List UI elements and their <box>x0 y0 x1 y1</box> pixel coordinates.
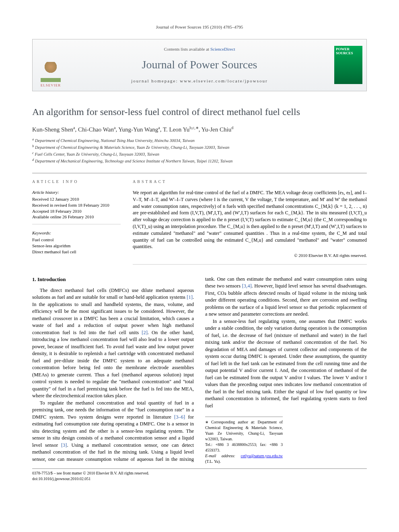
article-info-column: ARTICLE INFO Article history: Received 1… <box>32 179 121 264</box>
affiliation-item: c Fuel Cells Center, Yuan Ze University,… <box>32 151 367 158</box>
article-title: An algorithm for sensor-less fuel contro… <box>32 105 367 118</box>
citation-link[interactable]: [3] <box>61 442 67 448</box>
front-matter-line: 0378-7753/$ – see front matter © 2010 El… <box>32 470 367 476</box>
citation-link[interactable]: [3,4] <box>242 283 252 289</box>
journal-banner: ELSEVIER Contents lists available at Sci… <box>32 39 367 91</box>
corr-author-line: ∗ Corresponding author at: Department of… <box>205 419 283 442</box>
history-label: Article history: <box>32 189 121 195</box>
history-line: Received 12 January 2010 <box>32 196 121 202</box>
corr-email-link[interactable]: cetlyu@saturn.yzu.edu.tw <box>241 454 282 458</box>
keywords-label: Keywords: <box>32 230 121 236</box>
keywords-block: Keywords: Fuel controlSensor-less algori… <box>32 230 121 259</box>
history-line: Available online 26 February 2010 <box>32 214 121 220</box>
history-line: Accepted 18 February 2010 <box>32 208 121 214</box>
citation-link[interactable]: [1] <box>187 294 193 300</box>
section-1-heading: 1. Introduction <box>32 276 194 283</box>
cover-title: POWER SOURCES <box>336 47 361 55</box>
page-container: Journal of Power Sources 195 (2010) 4785… <box>0 0 399 498</box>
publisher-logo-area: ELSEVIER <box>33 39 69 91</box>
elsevier-tree-icon <box>41 62 61 82</box>
keyword-item: Fuel control <box>32 237 121 243</box>
contents-prefix: Contents lists available at <box>164 47 210 51</box>
citation-link[interactable]: [2] <box>142 330 148 335</box>
abstract-heading: ABSTRACT <box>133 179 367 185</box>
affiliation-item: d Department of Mechanical Engineering, … <box>32 158 367 164</box>
citation-link[interactable]: [3–6] <box>174 414 185 420</box>
sciencedirect-link[interactable]: ScienceDirect <box>210 47 235 51</box>
contents-available-line: Contents lists available at ScienceDirec… <box>164 46 235 52</box>
author-list: Kun-Sheng Shena, Chi-Chao Wana, Yung-Yun… <box>32 125 367 134</box>
journal-homepage-link[interactable]: journal homepage: www.elsevier.com/locat… <box>131 78 267 84</box>
email-label: E-mail address: <box>205 454 241 458</box>
running-header: Journal of Power Sources 195 (2010) 4785… <box>32 24 367 30</box>
abstract-body: We report an algorithm for real-time con… <box>133 189 367 250</box>
abstract-copyright: © 2010 Elsevier B.V. All rights reserved… <box>133 253 367 259</box>
doi-footer: 0378-7753/$ – see front matter © 2010 El… <box>32 468 367 482</box>
affiliation-item: b Department of Chemical Engineering & M… <box>32 144 367 151</box>
article-info-heading: ARTICLE INFO <box>32 179 121 185</box>
intro-paragraph-1: The direct methanol fuel cells (DMFCs) u… <box>32 287 194 400</box>
keyword-item: Sensor-less algorithm <box>32 243 121 249</box>
publisher-name: ELSEVIER <box>41 83 61 88</box>
elsevier-logo: ELSEVIER <box>37 55 65 88</box>
affiliation-item: a Department of Chemical Engineering, Na… <box>32 138 367 144</box>
article-history-block: Article history: Received 12 January 201… <box>32 189 121 224</box>
journal-name: Journal of Power Sources <box>142 57 257 72</box>
doi-line: doi:10.1016/j.jpowsour.2010.02.051 <box>32 476 367 482</box>
journal-cover-thumbnail: POWER SOURCES <box>334 46 362 84</box>
corresponding-author-footnote: ∗ Corresponding author at: Department of… <box>205 417 283 464</box>
info-abstract-row: ARTICLE INFO Article history: Received 1… <box>32 173 367 264</box>
cover-thumb-area: POWER SOURCES <box>330 39 366 91</box>
corr-email-line: E-mail address: cetlyu@saturn.yzu.edu.tw… <box>205 453 283 464</box>
abstract-column: ABSTRACT We report an algorithm for real… <box>133 179 367 264</box>
intro-paragraph-3: In a sensor-less fuel regulating system,… <box>205 318 367 410</box>
email-who: (T.L. Yu). <box>205 459 221 464</box>
affiliation-list: a Department of Chemical Engineering, Na… <box>32 138 367 164</box>
banner-center: Contents lists available at ScienceDirec… <box>69 39 330 91</box>
keyword-item: Direct methanol fuel cell <box>32 249 121 255</box>
body-text-columns: 1. Introduction The direct methanol fuel… <box>32 276 367 465</box>
history-line: Received in revised form 18 February 201… <box>32 202 121 208</box>
corr-tel-line: Tel.: +886 3 4638800x2553; fax: +886 3 4… <box>205 442 283 453</box>
